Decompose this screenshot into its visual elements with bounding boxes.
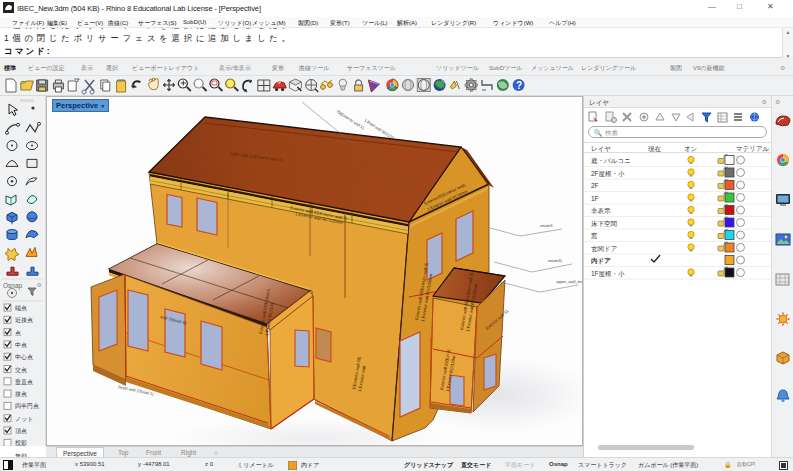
svg-text:玄関ドア: 玄関ドア — [591, 245, 618, 253]
svg-text:1F: 1F — [591, 195, 599, 202]
svg-text:2F: 2F — [591, 182, 599, 189]
svg-text:?: ? — [516, 80, 522, 91]
svg-text:2F屋根・小: 2F屋根・小 — [591, 170, 625, 177]
svg-text:upper_wall_mid: upper_wall_mid — [556, 279, 582, 284]
svg-text:rotate3: rotate3 — [540, 223, 553, 228]
svg-text:窓: 窓 — [591, 232, 598, 239]
svg-text:79(Exterior wall 1): 79(Exterior wall 1) — [335, 109, 365, 131]
svg-text:床下空間: 床下空間 — [591, 220, 617, 228]
svg-text:庭・バルコニ: 庭・バルコニ — [591, 157, 631, 164]
svg-text:rotate3): rotate3) — [548, 258, 562, 263]
svg-text:内ドア: 内ドア — [591, 257, 611, 265]
svg-text:1F屋根・小: 1F屋根・小 — [591, 270, 625, 277]
svg-text:非表示: 非表示 — [591, 207, 611, 214]
